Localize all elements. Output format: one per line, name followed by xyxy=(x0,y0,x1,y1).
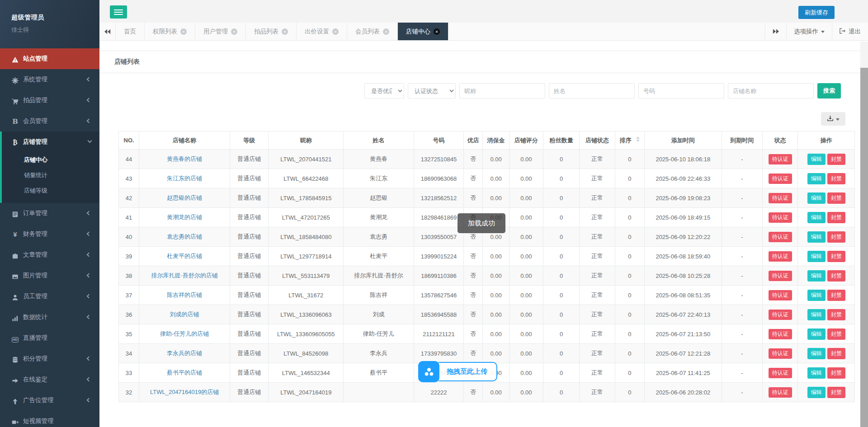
close-icon[interactable]: × xyxy=(180,28,187,35)
tabs-scroll-right-button[interactable] xyxy=(765,23,786,40)
tabs-scroll-left-button[interactable] xyxy=(99,23,116,40)
ban-button[interactable]: 封禁 xyxy=(827,270,845,282)
nickname-input[interactable] xyxy=(459,83,545,99)
status-badge[interactable]: 待认证 xyxy=(769,193,792,203)
ban-button[interactable]: 封禁 xyxy=(827,251,845,262)
ban-button[interactable]: 封禁 xyxy=(827,173,845,184)
ban-button[interactable]: 封禁 xyxy=(827,290,845,301)
status-badge[interactable]: 待认证 xyxy=(769,174,792,184)
ban-button[interactable]: 封禁 xyxy=(827,328,845,340)
sidebar-subitem-店铺等级[interactable]: 店铺等级 xyxy=(2,183,99,198)
ban-button[interactable]: 封禁 xyxy=(827,387,845,398)
edit-button[interactable]: 编辑 xyxy=(807,192,826,204)
sidebar-item-拍品管理[interactable]: 拍品管理 xyxy=(0,90,99,111)
sidebar-item-短视频管理[interactable]: 短视频管理 xyxy=(0,411,99,427)
ban-button[interactable]: 封禁 xyxy=(827,348,845,359)
sidebar-item-财务管理[interactable]: ¥财务管理 xyxy=(0,224,99,244)
name-input[interactable] xyxy=(549,83,635,99)
status-badge[interactable]: 待认证 xyxy=(769,348,792,359)
sidebar-item-广告位管理[interactable]: 广告位管理 xyxy=(0,390,99,411)
shop-name-link[interactable]: 赵思银的店铺 xyxy=(167,194,202,201)
logout-button[interactable]: 退出 xyxy=(832,23,868,40)
shop-name-input[interactable] xyxy=(728,83,814,99)
status-badge[interactable]: 待认证 xyxy=(769,251,792,262)
shop-name-link[interactable]: 黄燕春的店铺 xyxy=(167,155,202,162)
close-icon[interactable]: × xyxy=(231,28,237,35)
edit-button[interactable]: 编辑 xyxy=(807,231,826,243)
hamburger-menu-button[interactable] xyxy=(110,5,127,19)
status-badge[interactable]: 待认证 xyxy=(769,290,792,300)
shop-name-link[interactable]: 排尔库扎提·吾舒尔的店铺 xyxy=(151,272,217,279)
shop-name-link[interactable]: 朱江东的店铺 xyxy=(167,175,202,182)
status-badge[interactable]: 待认证 xyxy=(769,368,792,378)
close-icon[interactable]: × xyxy=(434,28,440,35)
shop-name-link[interactable]: 律助-任芳儿的店铺 xyxy=(160,330,209,337)
ban-button[interactable]: 封禁 xyxy=(827,367,845,379)
tab-出价设置[interactable]: 出价设置× xyxy=(297,23,347,40)
edit-button[interactable]: 编辑 xyxy=(807,387,826,398)
shop-name-link[interactable]: 黄潮龙的店铺 xyxy=(167,214,202,221)
search-button[interactable]: 搜索 xyxy=(817,83,841,99)
status-badge[interactable]: 待认证 xyxy=(769,329,792,339)
tab-店铺中心[interactable]: 店铺中心× xyxy=(398,23,448,40)
ban-button[interactable]: 封禁 xyxy=(827,192,845,204)
sidebar-item-站点管理[interactable]: 站点管理 xyxy=(0,48,99,69)
status-badge[interactable]: 待认证 xyxy=(769,310,792,320)
status-badge[interactable]: 待认证 xyxy=(769,212,792,223)
sidebar-item-图片管理[interactable]: 图片管理 xyxy=(0,265,99,286)
edit-button[interactable]: 编辑 xyxy=(807,251,826,262)
tab-权限列表[interactable]: 权限列表× xyxy=(145,23,195,40)
edit-button[interactable]: 编辑 xyxy=(807,212,826,223)
sidebar-item-店铺管理[interactable]: ₿店铺管理 xyxy=(2,131,99,152)
ban-button[interactable]: 封禁 xyxy=(827,231,845,243)
phone-input[interactable] xyxy=(638,83,724,99)
shop-name-link[interactable]: 陈吉祥的店铺 xyxy=(167,291,202,298)
edit-button[interactable]: 编辑 xyxy=(807,348,826,359)
sidebar-item-系统管理[interactable]: 系统管理 xyxy=(0,69,99,90)
ban-button[interactable]: 封禁 xyxy=(827,309,845,320)
sidebar-item-会员管理[interactable]: B会员管理 xyxy=(0,111,99,131)
close-icon[interactable]: × xyxy=(383,28,389,35)
shop-name-link[interactable]: 蔡书平的店铺 xyxy=(167,369,202,376)
status-badge[interactable]: 待认证 xyxy=(769,387,792,398)
status-badge[interactable]: 待认证 xyxy=(769,232,792,242)
shop-name-link[interactable]: 袁志勇的店铺 xyxy=(167,233,202,240)
status-badge[interactable]: 待认证 xyxy=(769,271,792,281)
edit-button[interactable]: 编辑 xyxy=(807,367,826,379)
ban-button[interactable]: 封禁 xyxy=(827,212,845,223)
sidebar-item-员工管理[interactable]: 员工管理 xyxy=(0,286,99,307)
close-icon[interactable]: × xyxy=(332,28,339,35)
export-button[interactable] xyxy=(821,112,845,126)
best-shop-select[interactable]: 是否优店 xyxy=(364,83,404,99)
edit-button[interactable]: 编辑 xyxy=(807,290,826,301)
sidebar-subitem-店铺中心[interactable]: 店铺中心 xyxy=(2,152,99,168)
upload-dropzone[interactable]: 拖拽至此上传 xyxy=(418,361,497,382)
shop-name-link[interactable]: 刘成的店铺 xyxy=(170,311,199,318)
auth-status-select[interactable]: 认证状态 xyxy=(408,83,456,99)
edit-button[interactable]: 编辑 xyxy=(807,173,826,184)
edit-button[interactable]: 编辑 xyxy=(807,328,826,340)
shop-name-link[interactable]: 杜麦平的店铺 xyxy=(167,253,202,259)
ban-button[interactable]: 封禁 xyxy=(827,154,845,165)
tab-首页[interactable]: 首页 xyxy=(116,23,145,40)
column-header-排序[interactable]: 排序 xyxy=(615,131,644,150)
sidebar-item-数据统计[interactable]: 数据统计 xyxy=(0,307,99,328)
sidebar-item-积分管理[interactable]: 积分管理 xyxy=(0,348,99,369)
sidebar-item-在线鉴定[interactable]: 在线鉴定 xyxy=(0,369,99,390)
scrollbar-thumb[interactable] xyxy=(860,68,868,427)
tab-用户管理[interactable]: 用户管理× xyxy=(195,23,246,40)
shop-name-link[interactable]: 李永兵的店铺 xyxy=(167,350,202,357)
refresh-cache-button[interactable]: 刷新缓存 xyxy=(798,6,835,19)
edit-button[interactable]: 编辑 xyxy=(807,309,826,320)
tab-会员列表[interactable]: 会员列表× xyxy=(347,23,398,40)
edit-button[interactable]: 编辑 xyxy=(807,270,826,282)
status-badge[interactable]: 待认证 xyxy=(769,154,792,164)
sidebar-item-文章管理[interactable]: 文章管理 xyxy=(0,244,99,265)
sidebar-item-直播管理[interactable]: HD直播管理 xyxy=(0,328,99,348)
edit-button[interactable]: 编辑 xyxy=(807,154,826,165)
sidebar-item-订单管理[interactable]: 订单管理 xyxy=(0,203,99,224)
sidebar-subitem-销量统计[interactable]: 销量统计 xyxy=(2,168,99,183)
shop-name-link[interactable]: LTWL_2047164019的店铺 xyxy=(150,389,219,395)
tab-拍品列表[interactable]: 拍品列表× xyxy=(246,23,297,40)
close-icon[interactable]: × xyxy=(282,28,288,35)
